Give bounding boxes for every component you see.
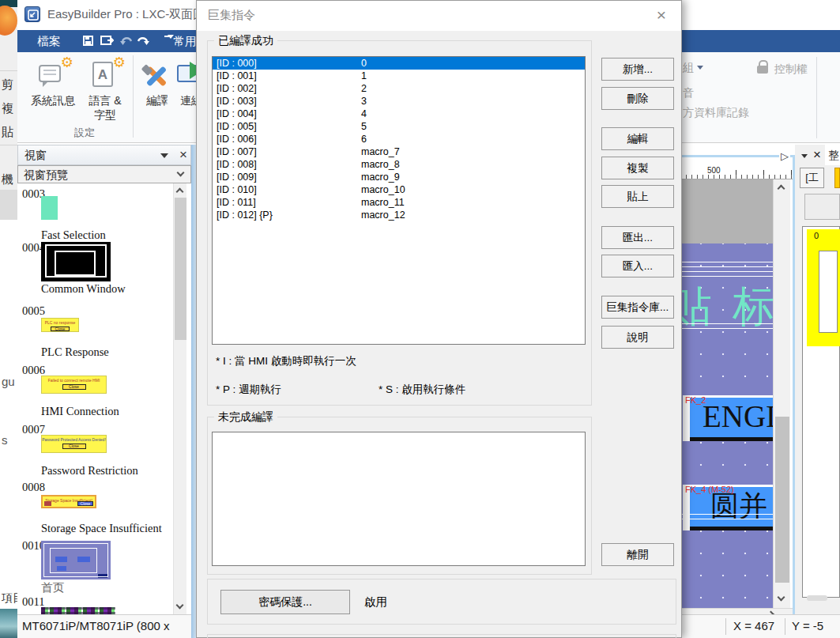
- thumbnail-close-button: Close: [51, 327, 70, 331]
- macro-row[interactable]: [ID : 001]1: [213, 70, 585, 82]
- scroll-down-icon[interactable]: [176, 602, 184, 610]
- clipped-panel-title: 整: [825, 145, 840, 165]
- window-preview-item[interactable]: 0008Storage Space Insufficient!CloseStor…: [22, 481, 172, 539]
- ribbon-sound-fragment: 音: [683, 86, 694, 100]
- macro-id: [ID : 005]: [217, 121, 257, 132]
- object-panel-tab-icon[interactable]: [834, 168, 840, 188]
- panel-close-icon[interactable]: ×: [809, 145, 825, 164]
- help-button[interactable]: 說明: [601, 326, 674, 349]
- macro-name: macro_9: [361, 171, 400, 183]
- macro-name: 3: [361, 95, 367, 108]
- macro-row[interactable]: [ID : 009]macro_9: [213, 171, 585, 183]
- paste-button[interactable]: 貼上: [601, 185, 674, 208]
- macro-row[interactable]: [ID : 004]4: [213, 108, 585, 120]
- window-preview-item[interactable]: 0006Failed to connect remote HMICloseHMI…: [22, 364, 172, 422]
- macro-row[interactable]: [ID : 005]5: [213, 120, 585, 133]
- macro-id: [ID : 001]: [217, 70, 257, 81]
- function-key-object[interactable]: FK_4 (M-52) 圆并: [683, 485, 773, 530]
- note-condition: * S : 啟用執行條件: [379, 383, 465, 397]
- function-key-object[interactable]: FK_2 ENGL: [683, 395, 773, 441]
- download-project-icon[interactable]: [100, 35, 114, 50]
- system-message-icon: ⚙: [37, 60, 69, 92]
- window-preview-item[interactable]: 0010首页: [22, 539, 172, 598]
- clipped-text-s: s: [2, 433, 8, 447]
- window-preview-item[interactable]: 0011: [22, 595, 172, 614]
- dialog-close-icon[interactable]: ×: [650, 4, 673, 26]
- canvas[interactable]: 贴标 FK_2 ENGL FK_4 (M-52) 圆并: [680, 243, 773, 608]
- horizontal-ruler: 500: [680, 165, 793, 179]
- clipped-text-project: 項目: [2, 591, 17, 606]
- macro-row[interactable]: [ID : 007]macro_7: [213, 145, 585, 158]
- object-preview[interactable]: 0: [807, 229, 840, 346]
- macro-list[interactable]: [ID : 000]0[ID : 001]1[ID : 002]2[ID : 0…: [212, 56, 586, 345]
- panel-menu-icon[interactable]: [160, 153, 168, 158]
- macro-row[interactable]: [ID : 006]6: [213, 133, 585, 145]
- macro-name: 6: [361, 133, 367, 145]
- undo-icon[interactable]: [120, 36, 133, 50]
- ribbon-group-settings: 設定: [41, 126, 128, 140]
- scroll-up-icon[interactable]: [176, 188, 184, 196]
- object-text: 圆并: [690, 490, 767, 522]
- copy-button[interactable]: 複製: [601, 157, 674, 179]
- scrollbar-thumb[interactable]: [775, 417, 789, 583]
- status-separator: [725, 618, 726, 635]
- divider: [0, 145, 17, 145]
- object-panel-field[interactable]: [804, 194, 840, 220]
- macro-row[interactable]: [ID : 008]macro_8: [213, 158, 585, 171]
- window-caption: Common Window: [41, 282, 126, 296]
- ribbon-language-font-button[interactable]: A ⚙ 語言 & 字型: [81, 57, 130, 136]
- password-protect-button[interactable]: 密碼保護...: [220, 590, 350, 614]
- partial-group: [207, 634, 676, 638]
- ribbon-system-message-button[interactable]: ⚙ 系統訊息: [28, 57, 77, 136]
- delete-button[interactable]: 刪除: [601, 87, 674, 110]
- window-thumbnail: [41, 196, 58, 220]
- macro-id: [ID : 002]: [217, 83, 257, 94]
- scrollbar-thumb[interactable]: [807, 595, 827, 601]
- exit-button[interactable]: 離開: [601, 543, 674, 566]
- window-thumbnail: Failed to connect remote HMIClose: [41, 376, 107, 394]
- scrollbar-thumb[interactable]: [175, 198, 186, 340]
- macro-row[interactable]: [ID : 002]2: [213, 82, 585, 95]
- pending-macro-list[interactable]: [212, 432, 586, 566]
- object-panel-tab[interactable]: [工: [800, 168, 824, 188]
- window-caption: Fast Selection: [41, 228, 106, 242]
- new-button[interactable]: 新增...: [601, 58, 674, 81]
- macro-row[interactable]: [ID : 000]0: [213, 57, 585, 70]
- canvas-vertical-scrollbar[interactable]: [773, 179, 790, 608]
- ribbon-button-label: 語言 &: [89, 94, 121, 107]
- ribbon-group-fragment: 組: [683, 61, 694, 75]
- macro-row[interactable]: [ID : 011]macro_11: [213, 196, 585, 209]
- ribbon-db-record-fragment: 方資料庫記錄: [683, 106, 749, 120]
- macro-library-button[interactable]: 巨集指令庫...: [601, 296, 674, 319]
- desktop-wallpaper: [0, 609, 17, 638]
- save-icon[interactable]: [83, 36, 93, 46]
- tab-file[interactable]: 檔案: [25, 30, 73, 52]
- canvas-line: [680, 328, 773, 329]
- scroll-up-icon[interactable]: [778, 185, 785, 193]
- window-preview-item[interactable]: 0003Fast Selection: [22, 187, 172, 246]
- background-window-strip: 剪 複 貼 機 gu s 項目: [0, 0, 17, 638]
- redo-icon[interactable]: [137, 36, 149, 50]
- macro-name: 1: [361, 70, 367, 82]
- status-x-coordinate: X = 467: [733, 619, 774, 632]
- panel-menu-icon[interactable]: [801, 154, 808, 158]
- play-icon[interactable]: ▷: [779, 150, 790, 162]
- import-button[interactable]: 匯入...: [601, 255, 674, 277]
- window-preview-item[interactable]: 0004Common Window: [22, 241, 172, 300]
- edit-button[interactable]: 編輯: [601, 127, 674, 150]
- export-button[interactable]: 匯出...: [601, 226, 674, 249]
- canvas-line: [680, 266, 773, 267]
- macro-row[interactable]: [ID : 012] {P}macro_12: [213, 209, 585, 221]
- sidebar-scrollbar[interactable]: [173, 183, 186, 614]
- window-preview-item[interactable]: 0007Password Protected Access Denied!Clo…: [22, 423, 172, 481]
- window-preview-item[interactable]: 0005PLC no responseClosePLC Response: [22, 304, 172, 363]
- ruler-label: 500: [706, 166, 721, 175]
- panel-close-icon[interactable]: ×: [175, 146, 191, 164]
- macro-row[interactable]: [ID : 003]3: [213, 95, 585, 108]
- easybuilder-app-icon: [24, 6, 40, 22]
- scroll-down-icon[interactable]: [778, 594, 785, 602]
- macro-name: macro_8: [361, 158, 400, 171]
- window-preview-dropdown[interactable]: 視窗預覽: [17, 165, 191, 183]
- macro-row[interactable]: [ID : 010]macro_10: [213, 183, 585, 196]
- clipped-text-paste: 貼: [2, 125, 13, 140]
